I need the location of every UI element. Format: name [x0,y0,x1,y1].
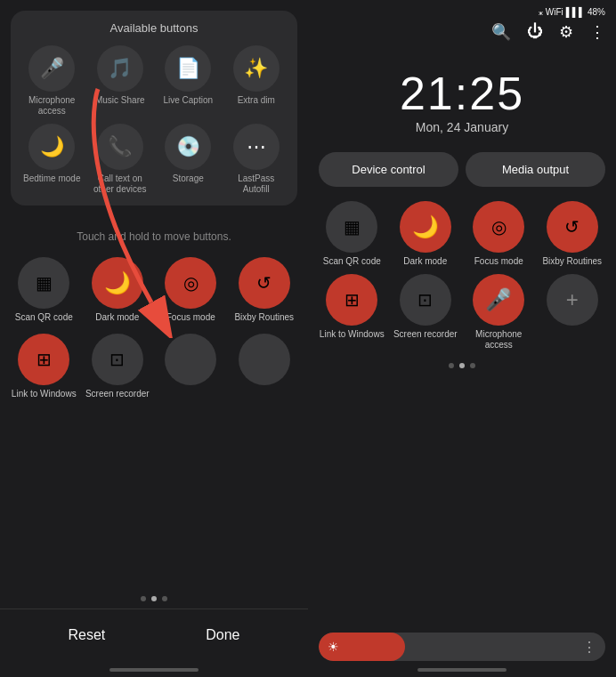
extra-dim-label: Extra dim [238,95,275,106]
call-text-label: Call text on other devices [90,173,151,195]
right-tile-scan-qr[interactable]: ▦ Scan QR code [319,201,385,267]
brightness-more-icon[interactable]: ⋮ [582,639,596,656]
bedtime-label: Bedtime mode [23,173,80,184]
dot-1 [141,596,146,601]
card-title: Available buttons [21,21,287,35]
available-buttons-grid: 🎤 Microphone access 🎵 Music Share 📄 Live… [21,45,287,195]
call-text-icon: 📞 [97,124,143,170]
right-panel: ⁎ WiFi ▌▌▌ 48% 🔍 ⏻ ⚙ ⋮ 21:25 Mon, 24 Jan… [308,0,616,677]
right-dot-1 [449,363,454,368]
reset-button[interactable]: Reset [41,620,132,650]
right-link-windows-label: Link to Windows [320,329,385,340]
right-link-windows-icon: ⊞ [326,274,377,326]
live-caption-icon: 📄 [165,45,211,92]
tile-screen-recorder[interactable]: ⊡ Screen recorder [85,334,151,399]
microphone-icon: 🎤 [28,45,75,92]
right-quick-tiles-row2: ⊞ Link to Windows ⊡ Screen recorder 🎤 Mi… [308,270,616,358]
music-share-icon: 🎵 [97,45,143,92]
right-microphone-label: Microphone access [466,329,532,351]
right-scan-qr-label: Scan QR code [323,256,381,267]
grid-btn-lastpass[interactable]: ⋯ LastPass Autofill [226,124,288,195]
right-tile-dark-mode[interactable]: 🌙 Dark mode [393,201,459,267]
dark-mode-icon: 🌙 [92,257,143,309]
grid-btn-call-text[interactable]: 📞 Call text on other devices [90,124,151,195]
tile-empty-2 [231,334,298,399]
power-icon[interactable]: ⏻ [527,22,543,42]
settings-icon[interactable]: ⚙ [559,22,573,42]
quick-tiles-row1: ▦ Scan QR code 🌙 Dark mode ◎ Focus mode … [0,250,308,330]
status-icons: ⁎ WiFi ▌▌▌ 48% [539,7,605,17]
grid-btn-live-caption[interactable]: 📄 Live Caption [158,45,219,117]
brightness-icon: ☀ [328,640,339,654]
bedtime-icon: 🌙 [28,124,75,170]
bixby-label: Bixby Routines [234,312,294,323]
right-bixby-label: Bixby Routines [542,256,602,267]
right-microphone-icon: 🎤 [473,274,524,326]
search-icon[interactable]: 🔍 [491,22,511,42]
empty-icon-1 [165,334,216,385]
live-caption-label: Live Caption [163,95,213,106]
link-windows-label: Link to Windows [12,389,77,399]
wifi-icon: WiFi [546,7,563,17]
right-dark-mode-icon: 🌙 [400,201,451,253]
right-quick-tiles-row1: ▦ Scan QR code 🌙 Dark mode ◎ Focus mode … [308,197,616,270]
right-tile-bixby[interactable]: ↺ Bixby Routines [539,201,606,267]
quick-tiles-row2: ⊞ Link to Windows ⊡ Screen recorder [0,330,308,407]
right-tile-microphone[interactable]: 🎤 Microphone access [466,274,532,351]
done-button[interactable]: Done [179,620,266,650]
right-home-indicator [417,668,507,672]
left-page-dots [0,596,308,608]
lastpass-label: LastPass Autofill [226,173,288,195]
scan-qr-icon: ▦ [18,257,69,309]
time-display: 21:25 Mon, 24 January [308,49,616,141]
current-time: 21:25 [308,67,616,120]
tile-link-windows[interactable]: ⊞ Link to Windows [11,334,77,399]
lastpass-icon: ⋯ [233,124,280,170]
dot-2 [151,596,157,601]
right-tile-focus-mode[interactable]: ◎ Focus mode [466,201,532,267]
right-dot-3 [470,363,475,368]
left-home-indicator [109,668,199,672]
tile-dark-mode[interactable]: 🌙 Dark mode [85,257,151,323]
empty-icon-2 [239,334,290,385]
focus-mode-icon: ◎ [165,257,216,309]
touch-hint: Touch and hold to move buttons. [11,230,297,243]
left-panel: Available buttons 🎤 Microphone access 🎵 … [0,0,308,677]
grid-btn-music-share[interactable]: 🎵 Music Share [90,45,151,117]
storage-label: Storage [173,173,204,184]
microphone-label: Microphone access [21,95,83,117]
right-tile-add[interactable]: + [539,274,606,351]
focus-mode-label: Focus mode [166,312,215,323]
right-focus-mode-icon: ◎ [473,201,524,253]
right-page-dots [308,358,616,374]
tile-focus-mode[interactable]: ◎ Focus mode [158,257,224,323]
add-icon: + [547,274,598,326]
brightness-slider[interactable]: ☀ ⋮ [319,633,605,661]
grid-btn-microphone[interactable]: 🎤 Microphone access [21,45,83,117]
dark-mode-label: Dark mode [95,312,139,323]
right-dot-2 [459,363,465,368]
right-screen-recorder-icon: ⊡ [400,274,451,326]
media-output-button[interactable]: Media output [466,152,605,187]
music-share-label: Music Share [95,95,145,106]
signal-bars: ▌▌▌ [566,7,585,17]
right-scan-qr-icon: ▦ [326,201,377,253]
tile-bixby[interactable]: ↺ Bixby Routines [231,257,298,323]
right-tile-link-windows[interactable]: ⊞ Link to Windows [319,274,385,351]
screen-recorder-label: Screen recorder [85,389,150,399]
more-icon[interactable]: ⋮ [589,22,605,42]
storage-icon: 💿 [165,124,211,170]
right-screen-recorder-label: Screen recorder [393,329,458,340]
grid-btn-extra-dim[interactable]: ✨ Extra dim [226,45,288,117]
device-control-button[interactable]: Device control [319,152,458,187]
grid-btn-storage[interactable]: 💿 Storage [158,124,219,195]
brightness-bar-container: ☀ ⋮ [308,625,616,668]
right-tile-screen-recorder[interactable]: ⊡ Screen recorder [393,274,459,351]
link-windows-icon: ⊞ [18,334,69,385]
scan-qr-label: Scan QR code [15,312,73,323]
status-bar: ⁎ WiFi ▌▌▌ 48% [308,0,616,20]
bottom-actions: Reset Done [0,608,308,668]
available-buttons-card: Available buttons 🎤 Microphone access 🎵 … [11,11,297,206]
grid-btn-bedtime[interactable]: 🌙 Bedtime mode [21,124,83,195]
tile-scan-qr[interactable]: ▦ Scan QR code [11,257,77,323]
